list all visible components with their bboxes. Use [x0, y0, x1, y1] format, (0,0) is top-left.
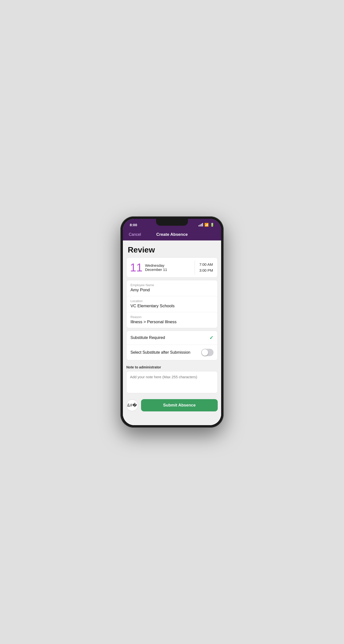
reason-label: Reason [131, 315, 213, 319]
date-card: 11 Wednesday December 11 7:00 AM 3:00 PM [126, 258, 218, 278]
end-time: 3:00 PM [199, 268, 213, 273]
reason-value: Illness > Personal Illness [131, 320, 213, 324]
signal-icon [199, 223, 203, 226]
wifi-icon: 📶 [204, 223, 209, 227]
date-day-number: 11 [130, 262, 143, 273]
note-section: Note to administrator [123, 363, 221, 396]
status-time: 8:00 [130, 223, 137, 227]
note-section-label: Note to administrator [126, 365, 218, 369]
toggle-card: Substitute Required ✓ Select Substitute … [126, 330, 218, 360]
status-bar: 8:00 📶 🔋 [123, 219, 221, 230]
phone-screen: 8:00 📶 🔋 Cancel Create Absence Review [123, 219, 221, 425]
select-substitute-label: Select Substitute after Submission [131, 350, 190, 355]
reason-row: Reason Illness > Personal Illness [127, 312, 217, 328]
employee-row: Employee Name Amy Pond [127, 280, 217, 296]
submit-button[interactable]: Submit Absence [141, 399, 218, 412]
date-times: 7:00 AM 3:00 PM [195, 258, 217, 277]
location-value: VC Elementary Schools [131, 304, 213, 308]
bottom-actions: &#� Submit Absence [123, 396, 221, 416]
back-button[interactable]: &#� [126, 399, 138, 411]
info-card: Employee Name Amy Pond Location VC Eleme… [126, 280, 218, 328]
notch [156, 219, 188, 226]
date-left: 11 Wednesday December 11 [127, 258, 195, 277]
location-row: Location VC Elementary Schools [127, 296, 217, 312]
phone-frame: 8:00 📶 🔋 Cancel Create Absence Review [120, 216, 224, 428]
select-substitute-toggle[interactable] [201, 349, 213, 356]
cancel-button[interactable]: Cancel [129, 232, 141, 237]
status-icons: 📶 🔋 [199, 223, 214, 227]
check-icon: ✓ [209, 335, 213, 341]
employee-label: Employee Name [131, 283, 213, 287]
start-time: 7:00 AM [199, 262, 213, 268]
employee-value: Amy Pond [131, 288, 213, 292]
date-month-day: December 11 [145, 268, 167, 272]
date-info: Wednesday December 11 [145, 263, 167, 272]
select-substitute-row: Select Substitute after Submission [127, 345, 217, 360]
location-label: Location [131, 299, 213, 303]
note-textarea[interactable] [126, 371, 218, 393]
chevron-left-icon: &#� [127, 402, 137, 408]
review-heading: Review [123, 240, 221, 258]
content-area: Review 11 Wednesday December 11 7:00 AM … [123, 240, 221, 425]
substitute-required-label: Substitute Required [131, 336, 165, 340]
page-title: Create Absence [156, 232, 188, 237]
nav-bar: Cancel Create Absence [123, 230, 221, 240]
substitute-required-row: Substitute Required ✓ [127, 331, 217, 345]
battery-icon: 🔋 [210, 223, 214, 227]
date-weekday: Wednesday [145, 263, 167, 268]
